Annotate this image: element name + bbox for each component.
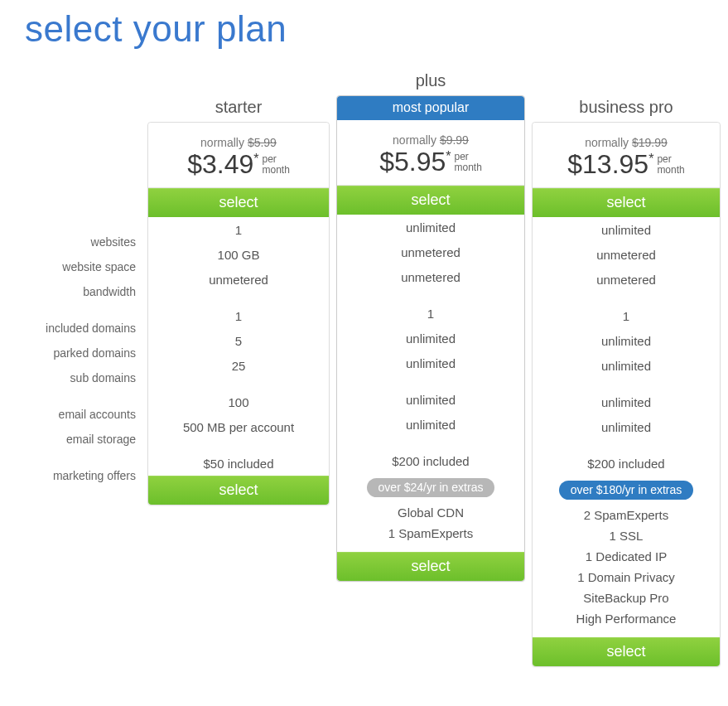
starter-marketing-offers: $50 included: [148, 451, 329, 476]
starter-websites: 1: [148, 217, 329, 242]
plus-email-accounts: unlimited: [337, 387, 524, 412]
label-websites: websites: [25, 230, 136, 254]
plus-websites: unlimited: [337, 215, 524, 239]
starter-website-space: 100 GB: [148, 242, 329, 267]
label-bandwidth: bandwidth: [25, 279, 136, 304]
label-email-storage: email storage: [25, 427, 136, 452]
label-sub-domains: sub domains: [25, 365, 136, 390]
plus-price-block: normally $9.99 $5.95* per month: [337, 120, 524, 186]
business-email-accounts: unlimited: [533, 389, 720, 414]
label-marketing-offers: marketing offers: [25, 463, 136, 488]
business-email-storage: unlimited: [533, 414, 720, 439]
business-extra-3: 1 Domain Privacy: [533, 567, 720, 588]
business-included-domains: 1: [533, 303, 720, 328]
starter-email-storage: 500 MB per account: [148, 414, 329, 439]
plus-extra-1: 1 SpamExperts: [337, 523, 524, 544]
label-included-domains: included domains: [25, 316, 136, 341]
plan-plus: most popular normally $9.99 $5.95* per m…: [336, 95, 525, 582]
plus-parked-domains: unlimited: [337, 326, 524, 351]
business-per-month: per month: [657, 151, 684, 176]
page-title: select your plan: [25, 8, 703, 50]
pricing-grid: websites website space bandwidth include…: [25, 70, 703, 667]
plus-email-storage: unlimited: [337, 412, 524, 437]
plus-normally-price: $9.99: [440, 133, 469, 147]
plus-included-domains: 1: [337, 301, 524, 326]
plus-normally-label: normally: [393, 133, 436, 147]
plan-business-title: business pro: [532, 97, 721, 122]
business-websites: unlimited: [533, 217, 720, 242]
business-normally-price: $19.99: [632, 136, 668, 149]
starter-normally: normally $5.99: [153, 136, 324, 149]
plus-select-bottom-button[interactable]: select: [337, 552, 524, 581]
starter-included-domains: 1: [148, 303, 329, 328]
starter-sub-domains: 25: [148, 353, 329, 378]
plus-extra-0: Global CDN: [337, 502, 524, 523]
business-extra-2: 1 Dedicated IP: [533, 546, 720, 567]
plus-sub-domains: unlimited: [337, 351, 524, 375]
plus-normally: normally $9.99: [342, 133, 519, 147]
plus-extras-pill: over $24/yr in extras: [367, 478, 495, 497]
plus-select-top-button[interactable]: select: [337, 186, 524, 215]
business-marketing-offers: $200 included: [533, 451, 720, 476]
starter-price-block: normally $5.99 $3.49* per month: [148, 123, 329, 188]
plan-plus-wrapper: plus most popular normally $9.99 $5.95* …: [336, 70, 525, 667]
starter-bandwidth: unmetered: [148, 267, 329, 292]
plan-starter-title: starter: [147, 97, 330, 122]
starter-normally-price: $5.99: [248, 136, 277, 149]
business-parked-domains: unlimited: [533, 328, 720, 353]
starter-per-month: per month: [262, 151, 289, 176]
business-extra-5: High Performance: [533, 608, 720, 629]
starter-select-top-button[interactable]: select: [148, 188, 329, 217]
plus-website-space: unmetered: [337, 239, 524, 264]
plan-starter: normally $5.99 $3.49* per month select 1…: [147, 122, 330, 505]
plan-business: normally $19.99 $13.95* per month select…: [532, 122, 721, 667]
label-website-space: website space: [25, 254, 136, 279]
most-popular-badge: most popular: [337, 96, 524, 120]
plus-marketing-offers: $200 included: [337, 448, 524, 473]
business-price-block: normally $19.99 $13.95* per month: [533, 123, 720, 188]
plus-price: $5.95*: [379, 148, 451, 175]
starter-parked-domains: 5: [148, 328, 329, 353]
business-website-space: unmetered: [533, 242, 720, 267]
business-select-bottom-button[interactable]: select: [533, 637, 720, 666]
starter-price: $3.49*: [187, 151, 258, 177]
plan-plus-title: plus: [336, 70, 525, 95]
business-extra-4: SiteBackup Pro: [533, 588, 720, 608]
business-normally-label: normally: [585, 136, 629, 149]
starter-normally-label: normally: [200, 136, 244, 149]
business-normally: normally $19.99: [538, 136, 715, 149]
business-price: $13.95*: [567, 151, 653, 177]
plus-bandwidth: unmetered: [337, 264, 524, 289]
business-sub-domains: unlimited: [533, 353, 720, 378]
business-extra-1: 1 SSL: [533, 525, 720, 546]
business-bandwidth: unmetered: [533, 267, 720, 292]
plan-business-wrapper: business pro normally $19.99 $13.95* per…: [532, 70, 721, 667]
labels-column: websites website space bandwidth include…: [25, 70, 141, 667]
starter-email-accounts: 100: [148, 389, 329, 414]
plus-per-month: per month: [454, 148, 481, 173]
label-parked-domains: parked domains: [25, 341, 136, 365]
business-extras-pill: over $180/yr in extras: [559, 481, 694, 500]
starter-select-bottom-button[interactable]: select: [148, 476, 329, 505]
business-select-top-button[interactable]: select: [533, 188, 720, 217]
business-extra-0: 2 SpamExperts: [533, 505, 720, 525]
label-email-accounts: email accounts: [25, 402, 136, 427]
plan-starter-wrapper: starter normally $5.99 $3.49* per month …: [147, 70, 330, 667]
